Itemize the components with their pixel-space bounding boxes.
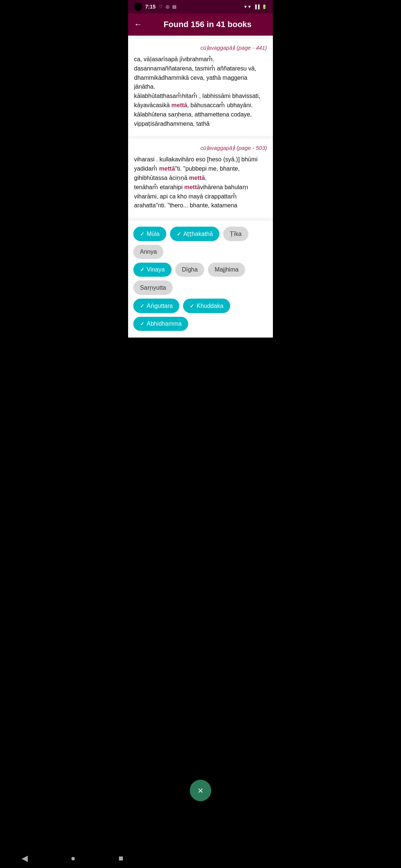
filter-samyutta-label: Saṃyutta (140, 284, 166, 291)
filter-abhidhamma[interactable]: ✓ Abhidhamma (133, 317, 188, 331)
card2-book-ref[interactable]: cūḷavaggapāḷi (page - 503) (200, 145, 267, 151)
wifi-icon: ▼▼ (244, 4, 252, 9)
content-area: cūḷavaggapāḷi (page - 441) ca, vāḷasarīs… (128, 39, 273, 338)
result-card-2: cūḷavaggapāḷi (page - 503) viharasi . ku… (128, 139, 273, 218)
card2-p1: viharasi . kullakavihāro eso [heso (syā.… (134, 156, 258, 181)
page-title: Found 156 in 41 books (148, 20, 267, 29)
highlight-metta-1: mettā (172, 102, 188, 108)
filter-khuddaka[interactable]: ✓ Khuddaka (183, 299, 230, 313)
card2-p2: tenāham̐ etarahipi mettāvihārena bahulaṃ… (134, 184, 248, 209)
filter-annya-label: Annya (140, 249, 157, 255)
filter-atthakatha[interactable]: ✓ Aṭṭhakathā (170, 227, 220, 241)
card1-p2: dasannamaññatarena, tasmim̐ aññataresu v… (134, 65, 256, 72)
check-icon-atthakatha: ✓ (177, 231, 181, 237)
card1-p3: dhammikādhammikā ceva, yathā maggena jān… (134, 75, 247, 90)
check-icon-anguttara: ✓ (140, 303, 144, 309)
check-icon-vinaya: ✓ (140, 267, 144, 273)
filter-mula-label: Mūla (147, 231, 160, 237)
card1-header[interactable]: cūḷavaggapāḷi (page - 441) (134, 45, 267, 51)
filter-abhidhamma-label: Abhidhamma (147, 320, 182, 327)
card1-p4: kālabhūtatthasam̐hitam̐ , labhissāmi bha… (134, 93, 260, 99)
card1-book-ref[interactable]: cūḷavaggapāḷi (page - 441) (200, 45, 267, 51)
top-nav: ← Found 156 in 41 books (128, 13, 273, 36)
camera-notch (134, 3, 142, 11)
back-button[interactable]: ← (134, 20, 142, 29)
card2-header[interactable]: cūḷavaggapāḷi (page - 503) (134, 145, 267, 151)
status-system-icons: ▼▼ ▐▐ 🔋 (244, 4, 267, 9)
filter-samyutta[interactable]: Saṃyutta (133, 280, 173, 295)
result-card-1: cūḷavaggapāḷi (page - 441) ca, vāḷasarīs… (128, 39, 273, 136)
highlight-metta-4: mettā (184, 184, 200, 190)
filter-tika-label: Ṭīka (230, 230, 241, 237)
highlight-metta-2: mettā (159, 165, 175, 172)
status-time: 7:15 (145, 4, 156, 10)
status-bar: 7:15 ♡ ◎ ▤ ▼▼ ▐▐ 🔋 (128, 0, 273, 13)
highlight-metta-3: mettā (189, 175, 205, 181)
filter-vinaya[interactable]: ✓ Vinaya (133, 263, 172, 277)
filter-mula[interactable]: ✓ Mūla (133, 227, 166, 241)
card1-body: ca, vāḷasarīsapā jīvibrahmam̐. dasannama… (134, 55, 267, 128)
filter-annya[interactable]: Annya (133, 245, 163, 259)
filter-vinaya-label: Vinaya (147, 266, 165, 273)
check-icon-mula: ✓ (140, 231, 144, 237)
filter-section: ✓ Mūla ✓ Aṭṭhakathā Ṭīka Annya ✓ Vinaya … (128, 221, 273, 338)
filter-tika[interactable]: Ṭīka (223, 227, 248, 241)
card1-p7: vippaṭisāradhammena, tathā (134, 121, 209, 127)
filter-khuddaka-label: Khuddaka (196, 303, 223, 309)
signal-icon: ▐▐ (254, 4, 260, 9)
filter-digha-label: Dīgha (182, 266, 198, 273)
filter-row-1: ✓ Mūla ✓ Aṭṭhakathā Ṭīka Annya (133, 227, 268, 259)
filter-majjhima[interactable]: Majjhima (208, 263, 245, 277)
filter-row-2: ✓ Vinaya Dīgha Majjhima Saṃyutta (133, 263, 268, 295)
check-icon-abhidhamma: ✓ (140, 321, 144, 327)
filter-anguttara[interactable]: ✓ Aṅguttara (133, 299, 179, 313)
card1-p6: kālabhūtena saṇhena, atthamettena codaye… (134, 111, 252, 118)
filter-atthakatha-label: Aṭṭhakathā (183, 230, 213, 237)
card2-body: viharasi . kullakavihāro eso [heso (syā.… (134, 155, 267, 210)
circle-icon: ◎ (166, 4, 169, 9)
card1-p5: kāyavācasikā mettā, bāhusaccam̐ ubhayāni… (134, 102, 252, 108)
filter-digha[interactable]: Dīgha (175, 263, 205, 277)
card1-p1: ca, vāḷasarīsapā jīvibrahmam̐. (134, 56, 215, 62)
filter-row-3: ✓ Aṅguttara ✓ Khuddaka ✓ Abhidhamma (133, 299, 268, 331)
heart-icon: ♡ (159, 4, 163, 9)
filter-anguttara-label: Aṅguttara (147, 302, 173, 309)
clipboard-icon: ▤ (172, 4, 176, 9)
filter-majjhima-label: Majjhima (215, 266, 238, 273)
check-icon-khuddaka: ✓ (190, 303, 194, 309)
battery-icon: 🔋 (262, 4, 267, 9)
